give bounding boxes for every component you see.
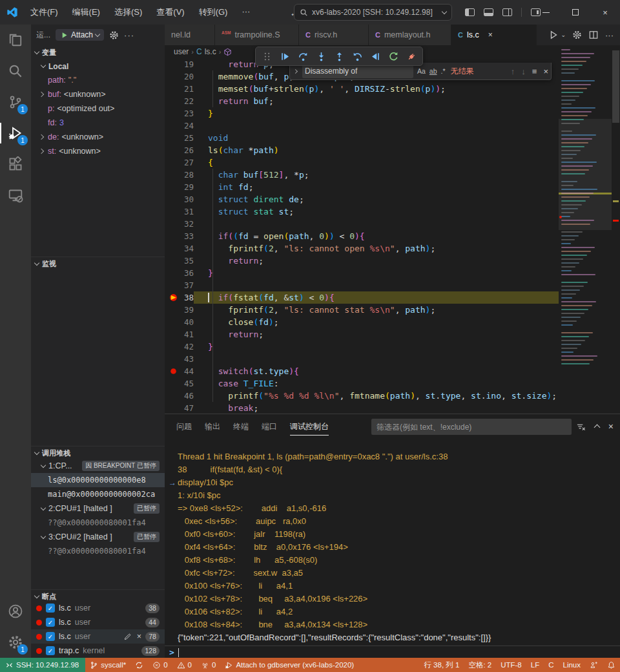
- variable-row-de[interactable]: de:<unknown>: [31, 130, 165, 144]
- reverse-continue-button[interactable]: [367, 48, 384, 65]
- cursor-position[interactable]: 行 38, 列 1: [419, 658, 464, 672]
- activity-run-debug[interactable]: 1: [0, 118, 31, 149]
- code-line-35[interactable]: 35 return;: [165, 255, 559, 267]
- code-line-46[interactable]: 46 printf("%s %d %d %l\n", fmtname(path)…: [165, 390, 559, 402]
- stack-frame[interactable]: ls@0x00000000000000e8: [31, 473, 165, 487]
- maximize-button[interactable]: [561, 0, 590, 25]
- ports-item[interactable]: 0: [196, 658, 220, 672]
- chevron-right-icon[interactable]: [39, 134, 44, 140]
- remote-os[interactable]: Linux: [559, 658, 586, 672]
- chevron-right-icon[interactable]: [39, 92, 44, 97]
- code-line-21[interactable]: 21 memset(buf+strlen(p), ' ', DIRSIZ-str…: [165, 83, 559, 95]
- code-line-36[interactable]: 36}: [165, 267, 559, 279]
- variable-row-st[interactable]: st:<unknown>: [31, 144, 165, 158]
- editor-tab-trampoline.S[interactable]: ASMtrampoline.S: [215, 25, 299, 45]
- match-case-button[interactable]: Aa: [417, 67, 426, 75]
- menu-item-3[interactable]: 查看(V): [150, 4, 190, 21]
- code-editor[interactable]: 19 return p;20 memmove(buf, p, strlen(p)…: [165, 58, 559, 414]
- activity-remote-explorer[interactable]: [0, 180, 31, 211]
- code-line-47[interactable]: 47 break;: [165, 402, 559, 414]
- breakpoint-checkbox[interactable]: ✓: [46, 618, 55, 627]
- code-line-23[interactable]: 23}: [165, 107, 559, 120]
- code-line-42[interactable]: 42}: [165, 341, 559, 353]
- manage-button[interactable]: 1: [0, 627, 31, 658]
- scrollbar-slider[interactable]: [612, 50, 619, 123]
- callstack-thread-2[interactable]: 3:CPU#2 [halted ]已暂停: [31, 530, 165, 544]
- find-close-icon[interactable]: ×: [543, 67, 548, 76]
- code-line-22[interactable]: 22 return buf;: [165, 95, 559, 107]
- code-line-29[interactable]: 29 int fd;: [165, 181, 559, 193]
- close-panel-icon[interactable]: ×: [608, 421, 614, 432]
- minimap[interactable]: [559, 45, 612, 414]
- stack-frame[interactable]: main@0x00000000000002ca: [31, 487, 165, 501]
- panel-tab-问题[interactable]: 问题: [170, 414, 198, 439]
- code-line-45[interactable]: 45 case T_FILE:: [165, 377, 559, 390]
- breadcrumb-file[interactable]: ls.c: [205, 47, 216, 56]
- variables-scope-local[interactable]: Local: [31, 59, 165, 73]
- toggle-panel-icon[interactable]: [484, 8, 493, 16]
- step-into-button[interactable]: [313, 48, 329, 65]
- step-back-button[interactable]: [349, 48, 366, 65]
- menu-item-4[interactable]: 转到(G): [193, 4, 234, 21]
- debug-session-item[interactable]: Attach to gdbserver (xv6-labs-2020): [220, 658, 358, 672]
- activity-search[interactable]: [0, 56, 31, 87]
- code-line-33[interactable]: 33 if((fd = open(path, 0)) < 0){: [165, 230, 559, 242]
- maximize-panel-icon[interactable]: [594, 425, 600, 431]
- debug-launch-dropdown[interactable]: Attach: [56, 29, 104, 41]
- accounts-button[interactable]: [0, 596, 31, 627]
- menu-item-2[interactable]: 选择(S): [108, 4, 148, 21]
- menu-item-0[interactable]: 文件(F): [25, 4, 64, 21]
- callstack-section-header[interactable]: 调用堆栈: [31, 446, 165, 460]
- toggle-sidebar-icon[interactable]: [465, 8, 475, 16]
- code-line-40[interactable]: 40 close(fd);: [165, 316, 559, 328]
- activity-source-control[interactable]: 1: [0, 87, 31, 118]
- whole-word-button[interactable]: ab: [429, 67, 437, 75]
- activity-extensions[interactable]: [0, 149, 31, 180]
- stack-frame[interactable]: ??@0x0000000080001fa4: [31, 544, 165, 558]
- code-line-30[interactable]: 30 struct dirent de;: [165, 193, 559, 205]
- variable-row-fd[interactable]: fd:3: [31, 116, 165, 130]
- warnings-item[interactable]: 0: [172, 658, 196, 672]
- panel-tab-调试控制台[interactable]: 调试控制台: [284, 414, 335, 439]
- code-line-39[interactable]: 39 fprintf(2, "ls: cannot stat %s\n", pa…: [165, 304, 559, 316]
- activity-explorer[interactable]: [0, 25, 31, 56]
- code-line-43[interactable]: 43: [165, 353, 559, 365]
- breakpoint-row-ls.c-38[interactable]: ✓ls.cuser38: [31, 601, 165, 615]
- sync-item[interactable]: [130, 658, 148, 672]
- step-over-button[interactable]: [294, 48, 311, 65]
- code-line-24[interactable]: 24: [165, 120, 559, 132]
- code-line-34[interactable]: 34 fprintf(2, "ls: cannot open %s\n", pa…: [165, 242, 559, 255]
- debug-configure-gear-icon[interactable]: [109, 30, 119, 40]
- variable-row-p[interactable]: p:<optimized out>: [31, 101, 165, 116]
- filter-icon[interactable]: [576, 422, 586, 432]
- editor-tab-ls.c[interactable]: Cls.c×: [451, 25, 537, 45]
- code-line-37[interactable]: 37: [165, 279, 559, 291]
- encoding[interactable]: UTF-8: [496, 658, 526, 672]
- errors-item[interactable]: 0: [148, 658, 172, 672]
- find-input[interactable]: [302, 65, 413, 78]
- breakpoint-checkbox[interactable]: ✓: [46, 646, 55, 655]
- chevron-right-icon[interactable]: [39, 149, 44, 154]
- git-branch-item[interactable]: syscall*: [85, 658, 130, 672]
- editor-tab-memlayout.h[interactable]: Cmemlayout.h: [369, 25, 451, 45]
- language-mode[interactable]: C: [544, 658, 558, 672]
- variables-section-header[interactable]: 变量: [31, 45, 165, 59]
- indentation[interactable]: 空格: 2: [464, 658, 496, 672]
- remove-breakpoint-icon[interactable]: ×: [137, 632, 141, 641]
- minimize-button[interactable]: [531, 0, 561, 25]
- callstack-thread-0[interactable]: 1:CP...因 BREAKPOINT 已暂停: [31, 459, 165, 473]
- stack-frame[interactable]: ??@0x0000000080001fa4: [31, 516, 165, 530]
- find-in-selection-icon[interactable]: ≡: [532, 67, 537, 76]
- code-line-27[interactable]: 27{: [165, 156, 559, 169]
- code-line-28[interactable]: 28 char buf[512], *p;: [165, 169, 559, 181]
- close-tab-icon[interactable]: ×: [488, 30, 493, 39]
- editor-scrollbar[interactable]: [612, 45, 620, 414]
- editor-tab-nel.ld[interactable]: nel.ld: [165, 25, 215, 45]
- more-actions-icon[interactable]: ···: [124, 30, 134, 40]
- breakpoint-row-ls.c-78[interactable]: ✓ls.cuser×78: [31, 629, 165, 644]
- remote-ssh-indicator[interactable]: SSH: 10.249.12.98: [0, 658, 85, 672]
- panel-tab-终端[interactable]: 终端: [227, 414, 255, 439]
- gear-icon[interactable]: [572, 30, 582, 40]
- eol[interactable]: LF: [526, 658, 544, 672]
- panel-tab-输出[interactable]: 输出: [198, 414, 227, 439]
